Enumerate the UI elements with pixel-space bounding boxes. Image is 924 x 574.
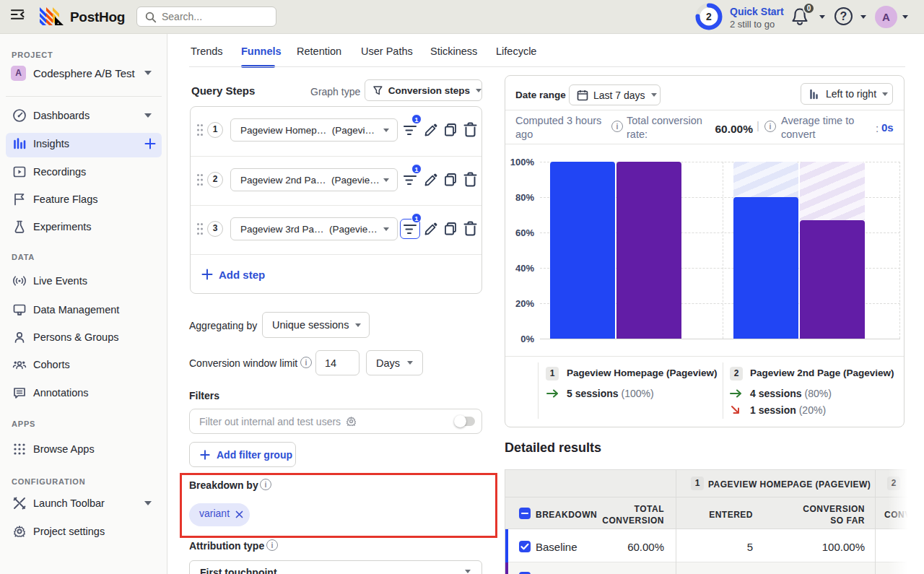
svg-text:2: 2 <box>706 11 712 22</box>
